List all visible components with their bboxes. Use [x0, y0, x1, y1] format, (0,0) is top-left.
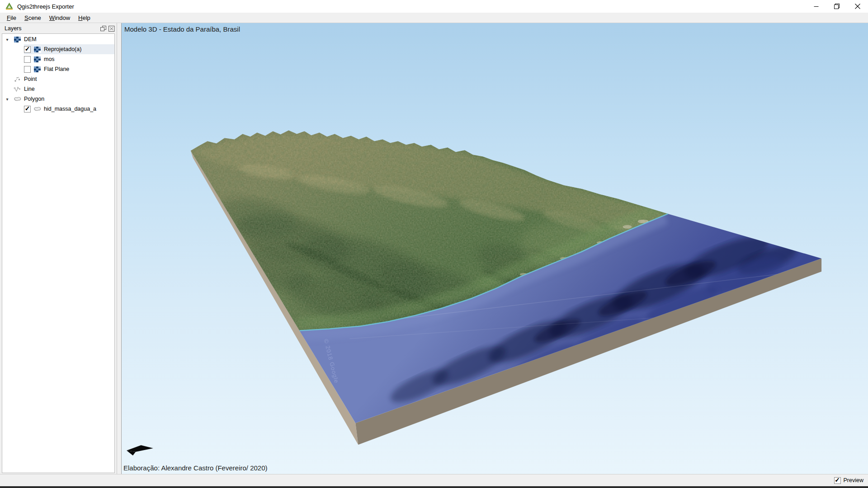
point-layer-icon	[14, 75, 22, 83]
status-bar: ✓ Preview	[0, 474, 868, 486]
preview-checkbox[interactable]: ✓	[834, 477, 841, 484]
layer-checkbox-unchecked[interactable]	[24, 66, 31, 73]
title-bar: Qgis2threejs Exporter	[0, 0, 868, 13]
menu-window[interactable]: Window	[45, 14, 74, 22]
menu-scene[interactable]: Scene	[20, 14, 45, 22]
layer-label-dem: DEM	[24, 36, 37, 42]
layer-row-mos[interactable]: mos	[2, 54, 114, 64]
layer-label-polygon: Polygon	[24, 96, 44, 102]
layer-row-polygon[interactable]: ▾ Polygon	[2, 94, 114, 104]
raster-layer-icon	[33, 56, 42, 63]
close-panel-icon[interactable]	[108, 26, 115, 32]
minimize-button[interactable]	[806, 0, 826, 13]
menu-file[interactable]: File	[3, 14, 20, 22]
polygon-layer-icon	[33, 105, 42, 113]
menu-bar: File Scene Window Help	[0, 13, 868, 23]
raster-layer-icon	[14, 36, 22, 43]
layer-checkbox-checked[interactable]: ✓	[24, 106, 31, 113]
preview-label: Preview	[844, 477, 863, 483]
window-title: Qgis2threejs Exporter	[17, 3, 74, 10]
polygon-layer-icon	[14, 95, 22, 103]
terrain-3d-model: © 2018 Google	[122, 23, 868, 474]
north-arrow-icon	[127, 445, 153, 455]
layers-panel: Layers ▾	[0, 23, 117, 474]
panel-splitter[interactable]	[117, 23, 122, 474]
menu-help[interactable]: Help	[74, 14, 94, 22]
expand-arrow-icon[interactable]: ▾	[4, 97, 11, 102]
restore-button[interactable]	[826, 0, 847, 13]
layer-row-flat-plane[interactable]: Flat Plane	[2, 64, 114, 74]
line-layer-icon	[14, 85, 22, 93]
layer-checkbox-unchecked[interactable]	[24, 56, 31, 63]
preview-3d-viewport[interactable]: © 2018 Google Modelo 3D - Estado da Para…	[122, 23, 868, 474]
layer-label-flat-plane: Flat Plane	[44, 66, 69, 72]
layer-label-reprojetado: Reprojetado(a)	[44, 46, 81, 52]
close-button[interactable]	[847, 0, 868, 13]
expand-arrow-icon[interactable]: ▾	[4, 37, 11, 42]
qgis2threejs-window: Qgis2threejs Exporter File Scene Window …	[0, 0, 868, 488]
float-panel-icon[interactable]	[100, 26, 107, 32]
window-controls	[806, 0, 868, 13]
layer-label-line: Line	[24, 86, 35, 92]
attribution-label: Elaboração: Alexandre Castro (Fevereiro/…	[123, 464, 268, 472]
layer-label-mos: mos	[44, 56, 55, 62]
layers-panel-title: Layers	[5, 25, 99, 32]
layer-row-line[interactable]: Line	[2, 84, 114, 94]
layer-label-point: Point	[24, 76, 37, 82]
layer-row-dem[interactable]: ▾ DEM	[2, 34, 114, 44]
raster-layer-icon	[33, 66, 42, 73]
scene-title: Modelo 3D - Estado da Paraíba, Brasil	[124, 25, 240, 33]
layer-row-reprojetado[interactable]: ✓ Reprojetado(a)	[2, 44, 114, 54]
layers-tree: ▾ DEM	[2, 33, 115, 473]
layer-row-hid-massa-dagua[interactable]: ✓ hid_massa_dagua_a	[2, 104, 114, 114]
app-logo-icon	[5, 3, 13, 10]
layer-checkbox-checked[interactable]: ✓	[24, 46, 31, 53]
window-bottom-edge	[0, 486, 868, 488]
raster-layer-icon	[33, 46, 42, 53]
layer-row-point[interactable]: Point	[2, 74, 114, 84]
layer-label-hid-massa-dagua: hid_massa_dagua_a	[44, 106, 96, 112]
